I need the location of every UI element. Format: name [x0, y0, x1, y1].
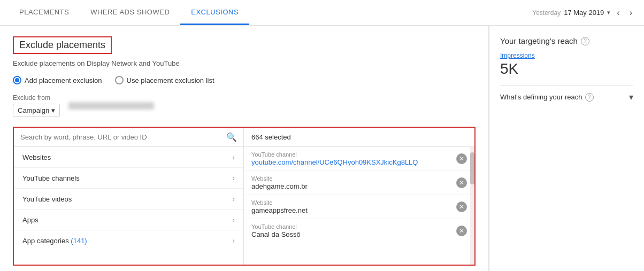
item-info-0: YouTube channel youtube.com/channel/UCe6… [251, 151, 456, 166]
scrollbar-track [470, 147, 474, 265]
defining-reach-expand-icon[interactable]: ▾ [629, 92, 633, 102]
category-list: Websites › YouTube channels › YouTube vi… [14, 147, 243, 265]
list-item: Website adehgame.com.br ✕ [244, 171, 474, 195]
remove-button-1[interactable]: ✕ [456, 177, 467, 188]
right-panel: 664 selected YouTube channel youtube.com… [244, 128, 474, 265]
impressions-value: 5K [500, 60, 633, 78]
list-item: Website gameappsfree.net ✕ [244, 195, 474, 219]
tabs-left: PLACEMENTS WHERE ADS SHOWED EXCLUSIONS [9, 1, 249, 25]
date-prev-button[interactable]: ‹ [614, 6, 623, 20]
placement-panel: 🔍 Websites › YouTube channels › YouTube … [13, 127, 476, 266]
item-info-2: Website gameappsfree.net [251, 199, 456, 214]
radio-circle-use [115, 76, 124, 84]
radio-add-label: Add placement exclusion [25, 76, 102, 84]
chevron-right-app-categories: › [232, 236, 235, 245]
radio-group: Add placement exclusion Use placement ex… [13, 76, 476, 84]
targeting-title-text: Your targeting's reach [500, 36, 578, 45]
chevron-right-websites: › [232, 153, 235, 161]
selected-header: 664 selected [244, 128, 474, 147]
selected-list: YouTube channel youtube.com/channel/UCe6… [244, 147, 474, 265]
date-next-button[interactable]: › [626, 6, 635, 20]
item-info-3: YouTube channel Canal da Sossô [251, 223, 456, 238]
defining-reach-help-icon[interactable]: ? [585, 93, 594, 102]
section-title: Exclude placements [13, 36, 112, 54]
date-dropdown-arrow[interactable]: ▾ [607, 9, 610, 16]
category-item-apps[interactable]: Apps › [14, 210, 243, 230]
category-item-youtube-videos[interactable]: YouTube videos › [14, 189, 243, 210]
category-label-app-categories: App categories (141) [22, 237, 87, 245]
item-value-0: youtube.com/channel/UCe6QHyoh09KSXJkicKg… [251, 158, 456, 166]
item-type-0: YouTube channel [251, 151, 456, 158]
category-label-websites: Websites [22, 153, 51, 161]
remove-button-0[interactable]: ✕ [456, 153, 467, 164]
radio-use-list[interactable]: Use placement exclusion list [115, 76, 214, 84]
defining-reach-label: What's defining your reach ? [500, 93, 594, 102]
category-label-youtube-channels: YouTube channels [22, 174, 80, 182]
item-value-3: Canal da Sossô [251, 230, 456, 238]
campaign-dropdown-arrow: ▾ [51, 106, 55, 114]
exclude-from-group: Exclude from Campaign ▾ [13, 94, 60, 117]
chevron-right-apps: › [232, 215, 235, 224]
targeting-title: Your targeting's reach ? [500, 36, 633, 45]
category-item-youtube-channels[interactable]: YouTube channels › [14, 168, 243, 189]
item-type-1: Website [251, 175, 456, 182]
defining-reach-row: What's defining your reach ? ▾ [500, 85, 633, 102]
item-type-3: YouTube channel [251, 223, 456, 230]
content-area: Exclude placements Exclude placements on… [0, 26, 489, 271]
chevron-right-youtube-videos: › [232, 195, 235, 203]
category-item-app-categories[interactable]: App categories (141) › [14, 230, 243, 251]
list-item: YouTube channel youtube.com/channel/UCe6… [244, 147, 474, 171]
date-value: 17 May 2019 [564, 9, 604, 17]
search-icon: 🔍 [226, 132, 237, 142]
campaign-name-blurred [68, 102, 154, 110]
remove-button-2[interactable]: ✕ [456, 202, 467, 212]
item-info-1: Website adehgame.com.br [251, 175, 456, 190]
app-categories-count: (141) [71, 237, 87, 245]
category-item-websites[interactable]: Websites › [14, 147, 243, 168]
right-sidebar: Your targeting's reach ? Impressions 5K … [489, 26, 644, 271]
item-value-1: adehgame.com.br [251, 182, 456, 190]
left-panel: 🔍 Websites › YouTube channels › YouTube … [14, 128, 244, 265]
tab-exclusions[interactable]: EXCLUSIONS [180, 1, 249, 25]
campaign-dropdown-label: Campaign [18, 106, 49, 114]
radio-use-label: Use placement exclusion list [127, 76, 214, 84]
remove-button-3[interactable]: ✕ [456, 226, 467, 236]
item-value-2: gameappsfree.net [251, 206, 456, 214]
category-label-youtube-videos: YouTube videos [22, 195, 72, 203]
impressions-label: Impressions [500, 52, 633, 59]
item-type-2: Website [251, 199, 456, 206]
main-layout: Exclude placements Exclude placements on… [0, 26, 644, 271]
defining-reach-text: What's defining your reach [500, 93, 582, 101]
radio-add-placement[interactable]: Add placement exclusion [13, 76, 102, 84]
date-prefix-label: Yesterday [532, 9, 561, 17]
list-item: YouTube channel Canal da Sossô ✕ [244, 219, 474, 243]
tab-where-ads-showed[interactable]: WHERE ADS SHOWED [80, 1, 180, 25]
exclude-from-row: Exclude from Campaign ▾ [13, 94, 476, 117]
chevron-right-youtube-channels: › [232, 174, 235, 182]
targeting-help-icon[interactable]: ? [581, 37, 589, 45]
radio-circle-add [13, 76, 21, 84]
tabs-bar: PLACEMENTS WHERE ADS SHOWED EXCLUSIONS Y… [0, 0, 644, 26]
tabs-right: Yesterday 17 May 2019 ▾ ‹ › [532, 6, 635, 20]
section-description: Exclude placements on Display Network an… [13, 59, 476, 67]
scrollbar-thumb[interactable] [470, 152, 474, 184]
category-label-apps: Apps [22, 216, 39, 224]
campaign-dropdown[interactable]: Campaign ▾ [13, 104, 60, 117]
exclude-from-label: Exclude from [13, 94, 60, 102]
search-box: 🔍 [14, 128, 243, 147]
search-input[interactable] [20, 133, 222, 141]
tab-placements[interactable]: PLACEMENTS [9, 1, 80, 25]
